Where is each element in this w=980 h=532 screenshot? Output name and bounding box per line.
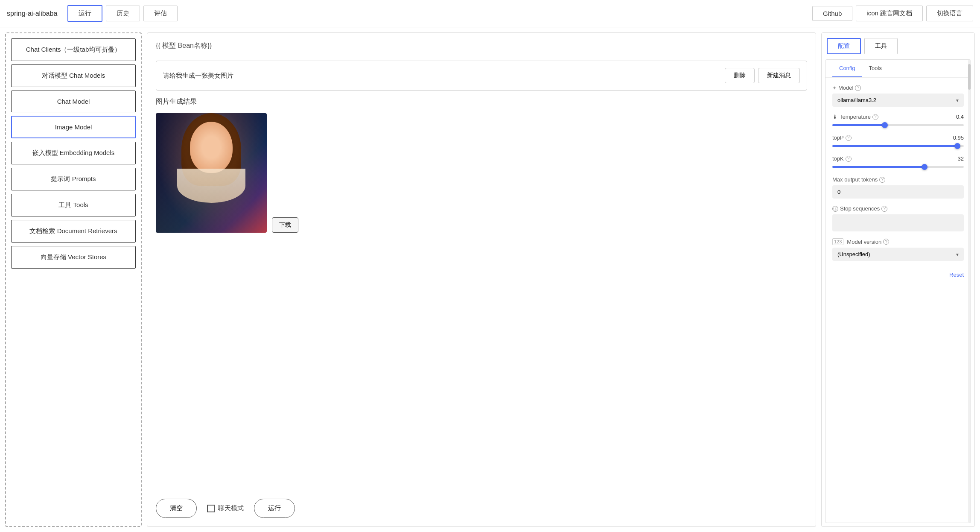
model-select-wrapper: ollama/llama3.2gpt-4ogpt-3.5-turbo ▼ [832,94,964,107]
stop-seq-label: Stop sequences [840,205,880,212]
temperature-slider-fill [832,124,885,126]
nav-evaluate-btn[interactable]: 评估 [143,6,178,21]
topp-label: topP [832,134,844,141]
clear-btn[interactable]: 清空 [156,499,197,518]
new-message-btn[interactable]: 新建消息 [758,68,800,83]
max-output-info-icon[interactable]: ? [879,177,885,183]
model-version-label: Model version [847,239,881,245]
temperature-slider-thumb [882,122,888,128]
topk-config-row: topK ? 32 [832,155,964,170]
reset-btn[interactable]: Reset [949,272,964,278]
model-version-info-icon[interactable]: ? [883,239,889,245]
config-content: ✦ Model ? ollama/llama3.2gpt-4ogpt-3.5-t… [825,78,971,268]
nav-run-btn[interactable]: 运行 [67,5,102,22]
sidebar-item-chat-clients[interactable]: Chat Clients（一级tab均可折叠） [11,38,136,61]
topk-value: 32 [958,155,964,162]
topk-info-icon[interactable]: ? [846,156,852,162]
max-output-label-row: Max output tokens ? [832,176,964,183]
chat-mode-checkbox[interactable] [207,505,215,512]
portrait-shoulder [177,169,245,203]
sidebar-item-image-model[interactable]: Image Model [11,116,136,138]
stop-seq-left-icon: ⓘ [832,206,838,212]
tab-config[interactable]: Config [832,60,862,77]
model-bean-title: {{ 模型 Bean名称}} [156,41,807,50]
stop-seq-input[interactable] [832,214,964,231]
sidebar-item-chat-model[interactable]: Chat Model [11,91,136,112]
topk-label: topK [832,155,844,162]
temperature-info-icon[interactable]: ? [872,114,878,120]
topp-slider[interactable] [832,145,964,147]
nav-docs-btn[interactable]: icon 跳官网文档 [856,6,923,21]
sidebar-item-chat-models[interactable]: 对话模型 Chat Models [11,64,136,87]
topp-slider-fill [832,145,957,147]
topp-value: 0.95 [953,134,964,141]
image-result-area: 下载 [156,113,807,233]
image-section-title: 图片生成结果 [156,97,807,106]
max-output-label: Max output tokens [832,176,878,183]
sidebar-item-document-retrievers[interactable]: 文档检索 Document Retrievers [11,220,136,243]
stop-seq-label-row: ⓘ Stop sequences ? [832,205,964,212]
sidebar-item-vector-stores[interactable]: 向量存储 Vector Stores [11,246,136,269]
model-sparkle-icon: ✦ [832,85,837,91]
tab-tools[interactable]: Tools [862,60,889,77]
top-nav: spring-ai-alibaba 运行 历史 评估 Github icon 跳… [0,0,980,27]
download-btn[interactable]: 下载 [272,217,298,233]
chat-mode-wrapper: 聊天模式 [207,504,244,512]
sidebar-item-tools[interactable]: 工具 Tools [11,194,136,216]
max-output-input[interactable] [832,185,964,199]
nav-right: Github icon 跳官网文档 切换语言 [812,6,973,21]
stop-seq-info-icon[interactable]: ? [881,206,887,212]
temperature-label: Temperature [840,114,871,120]
model-version-select[interactable]: (Unspecified)v1v2 [832,248,964,261]
topp-info-icon[interactable]: ? [846,135,852,141]
portrait-face [190,122,233,173]
generated-image [156,113,267,233]
max-output-config-row: Max output tokens ? [832,176,964,199]
scrollbar-thumb[interactable] [968,64,971,90]
content-area: {{ 模型 Bean名称}} 请给我生成一张美女图片 删除 新建消息 图片生成结… [147,32,816,527]
nav-github-btn[interactable]: Github [812,6,852,21]
bottom-actions: 清空 聊天模式 运行 [156,492,807,518]
message-box: 请给我生成一张美女图片 删除 新建消息 [156,61,807,91]
thermometer-icon: 🌡 [832,114,838,120]
sidebar: Chat Clients（一级tab均可折叠） 对话模型 Chat Models… [5,32,142,527]
sidebar-item-embedding-models[interactable]: 嵌入模型 Embedding Models [11,142,136,164]
right-panel-body: Config Tools ✦ Model ? ollama/llama3.2gp… [825,59,971,523]
sidebar-item-prompts[interactable]: 提示词 Prompts [11,168,136,190]
main-layout: Chat Clients（一级tab均可折叠） 对话模型 Chat Models… [0,27,980,532]
topk-slider[interactable] [832,166,964,168]
model-version-config-row: 123 Model version ? (Unspecified)v1v2 ▼ [832,238,964,261]
topp-config-row: topP ? 0.95 [832,134,964,149]
message-text: 请给我生成一张美女图片 [163,72,233,80]
model-version-label-row: 123 Model version ? [832,238,964,245]
run-btn[interactable]: 运行 [254,499,295,518]
config-panel-btn[interactable]: 配置 [827,38,861,54]
stop-seq-config-row: ⓘ Stop sequences ? [832,205,964,231]
model-version-select-wrapper: (Unspecified)v1v2 ▼ [832,248,964,261]
config-tabs: Config Tools [825,60,971,78]
topk-slider-fill [832,166,925,168]
right-panel-header: 配置 工具 [822,33,974,59]
topk-slider-thumb [922,164,928,170]
delete-btn[interactable]: 删除 [725,68,755,83]
model-info-icon[interactable]: ? [855,85,861,91]
model-label: Model [838,85,853,91]
temperature-label-row: 🌡 Temperature ? 0.4 [832,114,964,120]
model-config-row: ✦ Model ? ollama/llama3.2gpt-4ogpt-3.5-t… [832,85,964,107]
temperature-value: 0.4 [956,114,964,120]
message-actions: 删除 新建消息 [725,68,800,83]
temperature-config-row: 🌡 Temperature ? 0.4 [832,114,964,128]
right-panel: 配置 工具 Config Tools ✦ Model ? [821,32,975,527]
reset-row: Reset [825,268,971,281]
tools-panel-btn[interactable]: 工具 [864,38,898,54]
nav-switch-lang-btn[interactable]: 切换语言 [926,6,973,21]
chat-mode-label: 聊天模式 [218,504,244,512]
scrollbar-track[interactable] [968,60,971,523]
nav-history-btn[interactable]: 历史 [106,6,140,21]
model-select[interactable]: ollama/llama3.2gpt-4ogpt-3.5-turbo [832,94,964,107]
model-label-row: ✦ Model ? [832,85,964,91]
portrait-overlay [156,113,267,233]
topp-slider-thumb [954,143,960,149]
brand-label: spring-ai-alibaba [7,10,57,18]
temperature-slider[interactable] [832,124,964,126]
